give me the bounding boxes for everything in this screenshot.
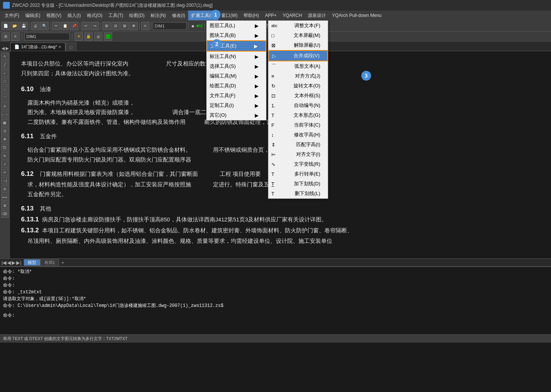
vt-rect[interactable]: □ bbox=[1, 78, 9, 85]
vt-select[interactable]: ↖ bbox=[1, 53, 9, 60]
menu-dim[interactable]: 标注(N) bbox=[148, 11, 169, 20]
dd-layer-tool[interactable]: 图层工具(L) ▶ bbox=[207, 21, 266, 31]
vt-hatch[interactable]: ▦ bbox=[1, 119, 9, 127]
vt-rotate[interactable]: ↻ bbox=[1, 152, 9, 160]
vt-mirror[interactable]: ⟺ bbox=[1, 194, 9, 201]
tb-pan[interactable]: ✥ bbox=[129, 22, 138, 30]
menu-format[interactable]: 格式(O) bbox=[84, 11, 105, 20]
menu-draw[interactable]: 绘图(D) bbox=[126, 11, 148, 20]
sub-add-underline[interactable]: T̲ 加下划线(D) bbox=[268, 179, 328, 189]
sub-align[interactable]: ≡ 对齐方式(J) bbox=[268, 71, 328, 81]
tb2-lock[interactable]: 🔒 bbox=[84, 32, 93, 41]
cmd-prompt[interactable]: 命令: bbox=[3, 312, 548, 319]
vt-arc[interactable]: ⌒ bbox=[1, 94, 9, 102]
arrow-prev[interactable]: ◀ bbox=[7, 260, 11, 265]
vt-text[interactable]: A bbox=[1, 102, 9, 110]
tab-left-arrows[interactable]: ◀ ▶ bbox=[2, 46, 9, 51]
menu-edit[interactable]: 编辑(E) bbox=[22, 11, 43, 20]
tab-drawing-close[interactable]: ✕ bbox=[58, 45, 61, 49]
tb-paste[interactable]: 📌 bbox=[70, 22, 78, 30]
sub-modify-height[interactable]: ↕ 修改字高(H) bbox=[268, 130, 328, 140]
tb-zoom-win[interactable]: ⊞ bbox=[102, 22, 111, 30]
dd-other-tool[interactable]: 其它(O) ▶ bbox=[207, 110, 266, 120]
tb-save[interactable]: 💾 bbox=[20, 22, 28, 30]
tb-zoom-all[interactable]: ⊟ bbox=[111, 22, 120, 30]
sub-text-mask[interactable]: □ 文本屏蔽(M) bbox=[268, 31, 328, 40]
menu-insert[interactable]: 插入(I) bbox=[64, 11, 84, 20]
tb2-print2[interactable]: 🖨 bbox=[94, 32, 102, 41]
tb-cut[interactable]: ✂ bbox=[52, 22, 60, 30]
dd-custom-tool[interactable]: 定制工具(I) ▶ bbox=[207, 101, 266, 110]
tb-redo[interactable]: ↪ bbox=[91, 22, 99, 30]
menu-yqarch[interactable]: YQARCH bbox=[280, 11, 305, 20]
vt-move[interactable]: ✥ bbox=[1, 136, 9, 143]
sub-text-shape[interactable]: T 文本形态(G) bbox=[268, 110, 328, 120]
sub-align-text[interactable]: ⊨ 对齐文字(I) bbox=[268, 149, 328, 159]
vt-polyline[interactable]: ⌐ bbox=[1, 69, 9, 77]
sub-adjust-text[interactable]: abc 调整文本(F) bbox=[268, 21, 328, 31]
tab-add[interactable]: + bbox=[59, 259, 67, 266]
sub-text-frame[interactable]: ⊡ 文本外框(S) bbox=[268, 91, 328, 101]
arrow-next[interactable]: ▶ bbox=[12, 260, 15, 265]
tb-copy[interactable]: 📋 bbox=[61, 22, 69, 30]
menu-help[interactable]: 帮助(H) bbox=[240, 11, 262, 20]
tb2-sun[interactable]: ☀ bbox=[75, 32, 83, 41]
menu-yuanquan[interactable]: 源泉设计 bbox=[305, 11, 329, 20]
menu-app[interactable]: APP+ bbox=[262, 11, 280, 20]
arrow-last[interactable]: ▶| bbox=[16, 260, 21, 265]
dd-dim-tool[interactable]: 标注工具(N) ▶ bbox=[207, 52, 266, 61]
sub-remove-mask[interactable]: ⊠ 解除屏蔽(U) bbox=[268, 40, 328, 50]
tb-new[interactable]: 📄 bbox=[2, 22, 10, 30]
menu-pulldown[interactable]: YQArch Pull-down Menu bbox=[329, 11, 384, 20]
vt-erase[interactable]: ⌫ bbox=[1, 210, 9, 218]
vt-line[interactable]: ╱ bbox=[1, 61, 9, 69]
sub-del-underline[interactable]: T 删下划线(L) bbox=[268, 189, 328, 198]
tb2-layer-prop[interactable]: ≡ bbox=[11, 32, 20, 41]
sub-rotate-text[interactable]: ↻ 旋转文本(O) bbox=[268, 81, 328, 91]
menu-file[interactable]: 文件(F) bbox=[2, 11, 22, 20]
vt-scale[interactable]: ⤢ bbox=[1, 160, 9, 168]
dd-text-tool[interactable]: 文本工具(E) ▶ bbox=[207, 40, 266, 52]
tb-preview[interactable]: 🔍 bbox=[40, 22, 49, 30]
sub-current-font[interactable]: F 当前字体(C) bbox=[268, 120, 328, 130]
vt-dim[interactable]: ←→ bbox=[1, 111, 9, 118]
vt-offset[interactable]: ⊜ bbox=[1, 185, 9, 193]
tb-layer[interactable]: ≡ bbox=[141, 22, 149, 30]
dd-edit-tool[interactable]: 编辑工具(M) ▶ bbox=[207, 71, 266, 81]
vt-trim[interactable]: ✂ bbox=[1, 169, 9, 176]
tb-open[interactable]: 📂 bbox=[11, 22, 19, 30]
dd-select-tool[interactable]: 选择工具(S) ▶ bbox=[207, 61, 266, 71]
sub-multi-turn[interactable]: T 多行转单(E) bbox=[268, 169, 328, 179]
vt-circle[interactable]: ○ bbox=[1, 86, 9, 93]
tab-new[interactable]: □ bbox=[65, 43, 76, 51]
menu-extend[interactable]: 扩展工具(X) bbox=[188, 11, 218, 20]
dd-block-tool[interactable]: 图块工具(B) ▶ bbox=[207, 31, 266, 40]
vt-copy2[interactable]: ⿻ bbox=[1, 144, 9, 151]
menu-view[interactable]: 视图(V) bbox=[43, 11, 64, 20]
main-dropdown-menu[interactable]: 图层工具(L) ▶ 图块工具(B) ▶ 文本工具(E) ▶ 标注工具(N) ▶ … bbox=[206, 20, 266, 120]
sub-match-height[interactable]: ⇕ 匹配字高(I) bbox=[268, 140, 328, 149]
arrow-first[interactable]: |◀ bbox=[2, 260, 6, 265]
menu-tools[interactable]: 工具(T) bbox=[105, 11, 126, 20]
layer-name-input[interactable] bbox=[24, 33, 70, 40]
tb-undo[interactable]: ↩ bbox=[82, 22, 90, 30]
tab-model[interactable]: 模型 bbox=[24, 259, 40, 266]
tb2-color2[interactable] bbox=[104, 32, 112, 41]
menu-window[interactable]: 窗口(W) bbox=[218, 11, 240, 20]
vt-array[interactable]: ⊞ bbox=[1, 202, 9, 209]
vt-block[interactable]: ⊡ bbox=[1, 127, 9, 135]
sub-auto-num[interactable]: 1. 自动编号(N) bbox=[268, 101, 328, 110]
sub-text-variable[interactable]: ∿ 文字变线(R) bbox=[268, 159, 328, 169]
dd-file-tool[interactable]: 文件工具(F) ▶ bbox=[207, 91, 266, 101]
tb-zoom-prev[interactable]: ⊠ bbox=[120, 22, 129, 30]
menu-modify[interactable]: 修改(I) bbox=[169, 11, 188, 20]
tab-drawing[interactable]: 📄 1#门急诊...(1).dwg* ✕ bbox=[10, 43, 65, 51]
dd-draw-tool[interactable]: 绘图工具(D) ▶ bbox=[207, 81, 266, 91]
sub-dropdown-menu[interactable]: abc 调整文本(F) □ 文本屏蔽(M) ⊠ 解除屏蔽(U) ▷ 合并成段(V… bbox=[268, 20, 328, 199]
vt-extend2[interactable]: →| bbox=[1, 177, 9, 185]
layer-input-tb[interactable] bbox=[153, 22, 187, 30]
tab-layout1[interactable]: 布局1 bbox=[40, 259, 59, 266]
sub-merge-para[interactable]: ▷ 合并成段(V) bbox=[268, 50, 328, 61]
tb2-layer-mgr[interactable]: ⊞ bbox=[2, 32, 10, 41]
tb-print[interactable]: 🖨 bbox=[31, 22, 40, 30]
